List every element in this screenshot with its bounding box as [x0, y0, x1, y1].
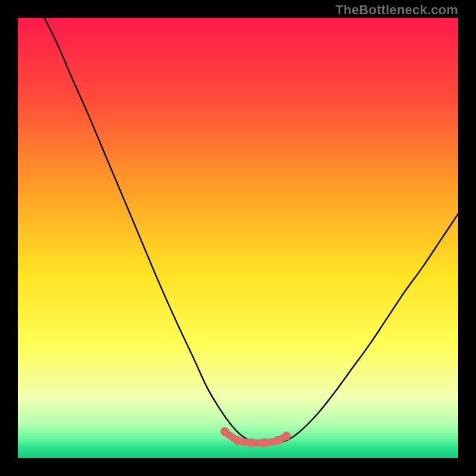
highlight-dot — [247, 439, 256, 447]
gradient-background — [18, 18, 458, 458]
chart-frame: TheBottleneck.com — [0, 0, 476, 476]
highlight-dot — [220, 427, 229, 436]
highlight-dot — [273, 436, 282, 445]
highlight-dot — [234, 436, 243, 445]
chart-svg — [18, 18, 458, 458]
highlight-dot — [282, 432, 291, 441]
highlight-dot — [260, 439, 269, 447]
plot-area — [18, 18, 458, 458]
watermark-text: TheBottleneck.com — [336, 2, 458, 18]
